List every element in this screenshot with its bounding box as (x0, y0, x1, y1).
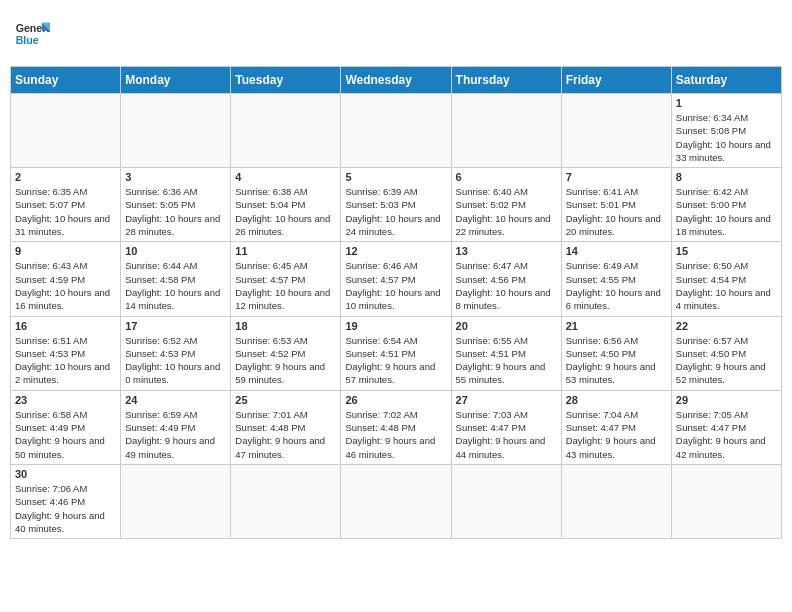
calendar-cell (231, 94, 341, 168)
calendar-cell: 4Sunrise: 6:38 AM Sunset: 5:04 PM Daylig… (231, 168, 341, 242)
calendar-week-row: 1Sunrise: 6:34 AM Sunset: 5:08 PM Daylig… (11, 94, 782, 168)
calendar-header-row: SundayMondayTuesdayWednesdayThursdayFrid… (11, 67, 782, 94)
calendar-cell (121, 94, 231, 168)
day-info: Sunrise: 6:44 AM Sunset: 4:58 PM Dayligh… (125, 259, 226, 312)
day-info: Sunrise: 6:35 AM Sunset: 5:07 PM Dayligh… (15, 185, 116, 238)
calendar-cell (341, 94, 451, 168)
day-number: 11 (235, 245, 336, 257)
day-number: 23 (15, 394, 116, 406)
day-number: 15 (676, 245, 777, 257)
calendar-cell: 18Sunrise: 6:53 AM Sunset: 4:52 PM Dayli… (231, 316, 341, 390)
calendar-cell: 25Sunrise: 7:01 AM Sunset: 4:48 PM Dayli… (231, 390, 341, 464)
day-info: Sunrise: 6:55 AM Sunset: 4:51 PM Dayligh… (456, 334, 557, 387)
day-info: Sunrise: 6:51 AM Sunset: 4:53 PM Dayligh… (15, 334, 116, 387)
calendar-cell: 20Sunrise: 6:55 AM Sunset: 4:51 PM Dayli… (451, 316, 561, 390)
day-number: 4 (235, 171, 336, 183)
day-header-tuesday: Tuesday (231, 67, 341, 94)
day-info: Sunrise: 6:46 AM Sunset: 4:57 PM Dayligh… (345, 259, 446, 312)
day-number: 20 (456, 320, 557, 332)
calendar-week-row: 23Sunrise: 6:58 AM Sunset: 4:49 PM Dayli… (11, 390, 782, 464)
day-info: Sunrise: 7:01 AM Sunset: 4:48 PM Dayligh… (235, 408, 336, 461)
calendar-cell: 28Sunrise: 7:04 AM Sunset: 4:47 PM Dayli… (561, 390, 671, 464)
day-info: Sunrise: 6:52 AM Sunset: 4:53 PM Dayligh… (125, 334, 226, 387)
calendar-week-row: 9Sunrise: 6:43 AM Sunset: 4:59 PM Daylig… (11, 242, 782, 316)
day-number: 13 (456, 245, 557, 257)
day-info: Sunrise: 7:02 AM Sunset: 4:48 PM Dayligh… (345, 408, 446, 461)
day-info: Sunrise: 6:41 AM Sunset: 5:01 PM Dayligh… (566, 185, 667, 238)
day-header-sunday: Sunday (11, 67, 121, 94)
svg-text:Blue: Blue (16, 34, 39, 46)
day-info: Sunrise: 6:56 AM Sunset: 4:50 PM Dayligh… (566, 334, 667, 387)
day-header-thursday: Thursday (451, 67, 561, 94)
day-info: Sunrise: 7:05 AM Sunset: 4:47 PM Dayligh… (676, 408, 777, 461)
day-info: Sunrise: 6:42 AM Sunset: 5:00 PM Dayligh… (676, 185, 777, 238)
calendar-table: SundayMondayTuesdayWednesdayThursdayFrid… (10, 66, 782, 539)
calendar-cell (341, 464, 451, 538)
calendar-cell (451, 464, 561, 538)
day-info: Sunrise: 6:54 AM Sunset: 4:51 PM Dayligh… (345, 334, 446, 387)
calendar-cell: 12Sunrise: 6:46 AM Sunset: 4:57 PM Dayli… (341, 242, 451, 316)
day-number: 25 (235, 394, 336, 406)
calendar-cell (451, 94, 561, 168)
day-info: Sunrise: 6:58 AM Sunset: 4:49 PM Dayligh… (15, 408, 116, 461)
calendar-cell (121, 464, 231, 538)
day-info: Sunrise: 6:59 AM Sunset: 4:49 PM Dayligh… (125, 408, 226, 461)
day-info: Sunrise: 7:03 AM Sunset: 4:47 PM Dayligh… (456, 408, 557, 461)
calendar-cell (671, 464, 781, 538)
calendar-cell: 15Sunrise: 6:50 AM Sunset: 4:54 PM Dayli… (671, 242, 781, 316)
day-info: Sunrise: 6:34 AM Sunset: 5:08 PM Dayligh… (676, 111, 777, 164)
day-info: Sunrise: 7:06 AM Sunset: 4:46 PM Dayligh… (15, 482, 116, 535)
day-info: Sunrise: 6:49 AM Sunset: 4:55 PM Dayligh… (566, 259, 667, 312)
day-header-friday: Friday (561, 67, 671, 94)
calendar-cell (561, 94, 671, 168)
day-info: Sunrise: 6:36 AM Sunset: 5:05 PM Dayligh… (125, 185, 226, 238)
calendar-cell: 5Sunrise: 6:39 AM Sunset: 5:03 PM Daylig… (341, 168, 451, 242)
calendar-cell: 27Sunrise: 7:03 AM Sunset: 4:47 PM Dayli… (451, 390, 561, 464)
day-number: 28 (566, 394, 667, 406)
day-number: 2 (15, 171, 116, 183)
calendar-cell: 3Sunrise: 6:36 AM Sunset: 5:05 PM Daylig… (121, 168, 231, 242)
calendar-week-row: 16Sunrise: 6:51 AM Sunset: 4:53 PM Dayli… (11, 316, 782, 390)
calendar-cell: 9Sunrise: 6:43 AM Sunset: 4:59 PM Daylig… (11, 242, 121, 316)
day-number: 16 (15, 320, 116, 332)
day-number: 5 (345, 171, 446, 183)
calendar-cell (561, 464, 671, 538)
day-header-wednesday: Wednesday (341, 67, 451, 94)
calendar-cell: 29Sunrise: 7:05 AM Sunset: 4:47 PM Dayli… (671, 390, 781, 464)
calendar-cell: 30Sunrise: 7:06 AM Sunset: 4:46 PM Dayli… (11, 464, 121, 538)
day-number: 19 (345, 320, 446, 332)
day-info: Sunrise: 6:39 AM Sunset: 5:03 PM Dayligh… (345, 185, 446, 238)
day-info: Sunrise: 6:45 AM Sunset: 4:57 PM Dayligh… (235, 259, 336, 312)
day-number: 24 (125, 394, 226, 406)
calendar-cell: 23Sunrise: 6:58 AM Sunset: 4:49 PM Dayli… (11, 390, 121, 464)
calendar-cell: 14Sunrise: 6:49 AM Sunset: 4:55 PM Dayli… (561, 242, 671, 316)
day-number: 14 (566, 245, 667, 257)
calendar-cell: 16Sunrise: 6:51 AM Sunset: 4:53 PM Dayli… (11, 316, 121, 390)
day-number: 26 (345, 394, 446, 406)
day-header-saturday: Saturday (671, 67, 781, 94)
day-number: 8 (676, 171, 777, 183)
day-info: Sunrise: 6:40 AM Sunset: 5:02 PM Dayligh… (456, 185, 557, 238)
day-info: Sunrise: 6:43 AM Sunset: 4:59 PM Dayligh… (15, 259, 116, 312)
day-info: Sunrise: 7:04 AM Sunset: 4:47 PM Dayligh… (566, 408, 667, 461)
day-number: 9 (15, 245, 116, 257)
calendar-cell: 2Sunrise: 6:35 AM Sunset: 5:07 PM Daylig… (11, 168, 121, 242)
day-number: 30 (15, 468, 116, 480)
day-number: 7 (566, 171, 667, 183)
day-number: 21 (566, 320, 667, 332)
day-info: Sunrise: 6:38 AM Sunset: 5:04 PM Dayligh… (235, 185, 336, 238)
day-header-monday: Monday (121, 67, 231, 94)
day-info: Sunrise: 6:47 AM Sunset: 4:56 PM Dayligh… (456, 259, 557, 312)
calendar-cell: 1Sunrise: 6:34 AM Sunset: 5:08 PM Daylig… (671, 94, 781, 168)
calendar-cell: 19Sunrise: 6:54 AM Sunset: 4:51 PM Dayli… (341, 316, 451, 390)
day-number: 10 (125, 245, 226, 257)
calendar-cell (11, 94, 121, 168)
logo: General Blue (14, 16, 50, 52)
calendar-week-row: 2Sunrise: 6:35 AM Sunset: 5:07 PM Daylig… (11, 168, 782, 242)
calendar-cell: 26Sunrise: 7:02 AM Sunset: 4:48 PM Dayli… (341, 390, 451, 464)
day-number: 22 (676, 320, 777, 332)
day-number: 6 (456, 171, 557, 183)
calendar-week-row: 30Sunrise: 7:06 AM Sunset: 4:46 PM Dayli… (11, 464, 782, 538)
day-number: 17 (125, 320, 226, 332)
day-info: Sunrise: 6:57 AM Sunset: 4:50 PM Dayligh… (676, 334, 777, 387)
